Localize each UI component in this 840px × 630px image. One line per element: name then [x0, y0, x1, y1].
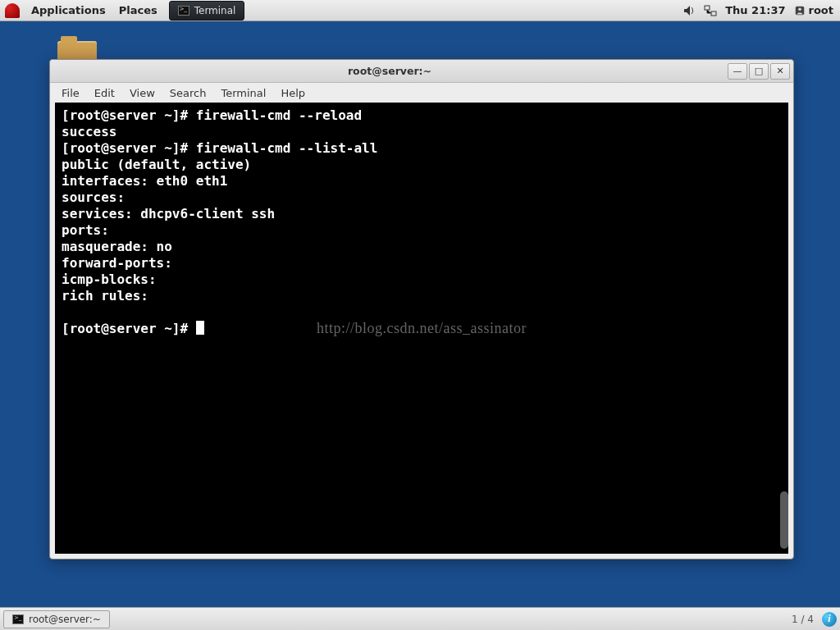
menu-view[interactable]: View — [123, 85, 162, 101]
top-task-label: Terminal — [194, 5, 236, 16]
svg-rect-0 — [705, 6, 710, 10]
bottom-panel: root@server:~ 1 / 4 i — [0, 607, 840, 630]
menu-help[interactable]: Help — [274, 85, 312, 101]
menu-file[interactable]: File — [55, 85, 86, 101]
distro-hat-icon — [5, 3, 20, 18]
terminal-line: services: dhcpv6-client ssh — [62, 206, 782, 222]
applications-menu[interactable]: Applications — [25, 4, 112, 16]
terminal-window: root@server:~ — □ ✕ File Edit View Searc… — [49, 59, 794, 559]
terminal-output[interactable]: [root@server ~]# firewall-cmd --reloadsu… — [55, 103, 788, 554]
cursor — [196, 321, 204, 335]
terminal-line: icmp-blocks: — [62, 272, 782, 288]
terminal-line: ports: — [62, 222, 782, 239]
clock[interactable]: Thu 21:37 — [725, 4, 785, 16]
menu-search[interactable]: Search — [163, 85, 213, 101]
scrollbar-thumb[interactable] — [780, 491, 788, 549]
workspace-indicator[interactable]: 1 / 4 — [792, 614, 814, 625]
terminal-icon — [12, 614, 24, 624]
menu-terminal[interactable]: Terminal — [214, 85, 272, 101]
notification-icon[interactable]: i — [822, 612, 837, 627]
user-label: root — [809, 4, 834, 16]
maximize-button[interactable]: □ — [749, 63, 769, 80]
terminal-icon — [178, 6, 189, 16]
terminal-line: [root@server ~]# — [62, 321, 782, 337]
close-button[interactable]: ✕ — [770, 63, 790, 80]
menubar: File Edit View Search Terminal Help — [50, 83, 793, 103]
network-icon[interactable] — [704, 4, 717, 17]
svg-point-3 — [798, 7, 801, 11]
window-title: root@server:~ — [53, 65, 726, 77]
terminal-line: success — [62, 124, 782, 140]
svg-rect-1 — [711, 11, 716, 16]
top-task-terminal[interactable]: Terminal — [169, 1, 245, 21]
top-panel: Applications Places Terminal Thu 21:37 r… — [0, 0, 840, 21]
terminal-line: [root@server ~]# firewall-cmd --reload — [62, 107, 782, 124]
terminal-line: rich rules: — [62, 288, 782, 304]
terminal-line: public (default, active) — [62, 157, 782, 173]
titlebar[interactable]: root@server:~ — □ ✕ — [50, 60, 793, 83]
terminal-line — [62, 304, 782, 321]
terminal-line: [root@server ~]# firewall-cmd --list-all — [62, 140, 782, 157]
bottom-task-label: root@server:~ — [29, 614, 101, 625]
terminal-line: masquerade: no — [62, 239, 782, 255]
terminal-line: interfaces: eth0 eth1 — [62, 173, 782, 189]
minimize-button[interactable]: — — [728, 63, 747, 80]
user-menu[interactable]: root — [794, 4, 834, 16]
places-menu[interactable]: Places — [112, 4, 164, 16]
volume-icon[interactable] — [682, 4, 696, 17]
terminal-line: sources: — [62, 189, 782, 206]
terminal-line: forward-ports: — [62, 255, 782, 272]
menu-edit[interactable]: Edit — [88, 85, 121, 101]
bottom-task-terminal[interactable]: root@server:~ — [3, 610, 110, 628]
